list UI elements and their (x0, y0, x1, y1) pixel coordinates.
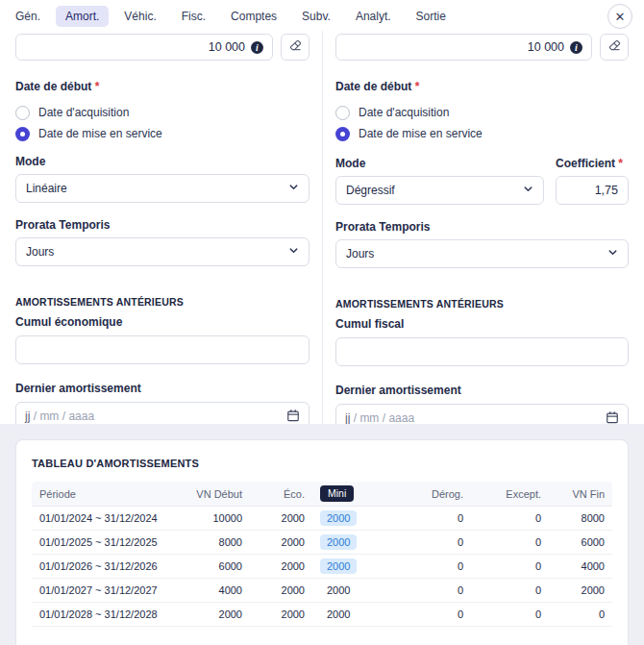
col-header-eco: Éco. (250, 488, 312, 500)
economic-amount-input[interactable]: 10 000 i (15, 34, 273, 61)
calendar-icon[interactable] (286, 409, 300, 425)
dernier-amortissement-label: Dernier amortissement (335, 385, 629, 397)
table-section: TABLEAU D'AMORTISSEMENTS Période VN Débu… (0, 424, 644, 645)
mode-label: Mode (15, 156, 310, 168)
chevron-down-icon (607, 247, 618, 260)
info-icon[interactable]: i (570, 41, 582, 54)
cell-vn-debut: 4000 (186, 584, 250, 596)
coefficient-input[interactable]: 1,75 (556, 176, 629, 205)
close-icon: ✕ (615, 11, 626, 23)
cell-vn-fin: 2000 (549, 584, 612, 596)
tab-gen[interactable]: Gén. (6, 6, 50, 27)
mode-select-value: Dégressif (346, 184, 395, 197)
economic-prorata-select[interactable]: Jours (15, 237, 310, 266)
economic-clear-button[interactable] (281, 34, 310, 61)
economic-mode-select[interactable]: Linéaire (15, 174, 310, 203)
chevron-down-icon (288, 245, 299, 259)
radio-label: Date d'acquisition (38, 106, 129, 119)
cumul-economique-input[interactable] (15, 335, 310, 364)
date-placeholder: jj / mm / aaaa (345, 411, 414, 425)
tab-analyt[interactable]: Analyt. (346, 6, 401, 27)
cell-mini: 2000 (312, 534, 399, 550)
fiscal-amount-input[interactable]: 10 000 i (335, 34, 592, 61)
cell-except: 0 (471, 584, 549, 596)
cell-except: 0 (471, 560, 549, 572)
col-header-vn-fin: VN Fin (549, 488, 612, 500)
cumul-fiscal-input[interactable] (335, 337, 629, 366)
radio-icon-unchecked[interactable] (15, 106, 30, 120)
cell-vn-fin: 0 (549, 608, 612, 620)
eraser-icon (288, 38, 303, 57)
cell-periode: 01/01/2025 ~ 31/12/2025 (32, 536, 186, 548)
cell-vn-fin: 8000 (549, 512, 612, 524)
table-row: 01/01/2027 ~ 31/12/2027 4000 2000 2000 0… (32, 579, 612, 603)
eraser-icon (607, 38, 622, 57)
radio-label: Date de mise en service (38, 127, 162, 140)
radio-icon-checked[interactable] (335, 127, 350, 141)
radio-label: Date de mise en service (359, 127, 483, 140)
anterieurs-section-title: AMORTISSEMENTS ANTÉRIEURS (15, 296, 310, 308)
radio-option-acquisition[interactable]: Date d'acquisition (15, 103, 310, 122)
amortization-table-card: TABLEAU D'AMORTISSEMENTS Période VN Débu… (15, 439, 629, 645)
tab-subv[interactable]: Subv. (292, 6, 340, 27)
tab-fisc[interactable]: Fisc. (172, 6, 215, 27)
prorata-select-value: Jours (26, 245, 54, 259)
cell-mini: 2000 (312, 607, 399, 622)
mini-value: 2000 (320, 607, 357, 622)
fiscal-panel: 10 000 i Date de début * Date d'acquisit… (322, 31, 644, 424)
radio-option-mise-en-service[interactable]: Date de mise en service (15, 124, 310, 143)
chevron-down-icon (288, 182, 299, 195)
cell-derog: 0 (399, 584, 471, 596)
cell-eco: 2000 (250, 584, 312, 596)
economic-panel: 10 000 i Date de début * Date d'acquisit… (0, 31, 322, 424)
cumul-economique-label: Cumul économique (15, 316, 310, 329)
table-header-row: Période VN Début Éco. Mini Dérog. Except… (32, 482, 612, 507)
cell-vn-debut: 10000 (186, 512, 250, 524)
prorata-label: Prorata Temporis (335, 221, 629, 234)
fiscal-amount-value: 10 000 (528, 40, 564, 54)
prorata-select-value: Jours (346, 247, 374, 260)
mini-value: 2000 (320, 583, 357, 598)
cell-periode: 01/01/2024 ~ 31/12/2024 (32, 512, 186, 524)
col-header-mini: Mini (312, 485, 399, 502)
radio-option-mise-en-service[interactable]: Date de mise en service (335, 124, 629, 143)
tab-sortie[interactable]: Sortie (407, 6, 456, 27)
date-placeholder: jj / mm / aaaa (25, 409, 94, 423)
close-button[interactable]: ✕ (607, 4, 632, 29)
tab-vehic[interactable]: Véhic. (114, 6, 165, 27)
cell-eco: 2000 (250, 536, 312, 548)
radio-icon-checked[interactable] (15, 127, 30, 141)
table-row: 01/01/2025 ~ 31/12/2025 8000 2000 2000 0… (32, 531, 612, 555)
table-row: 01/01/2024 ~ 31/12/2024 10000 2000 2000 … (32, 507, 612, 531)
mini-value-badge: 2000 (320, 558, 357, 574)
cell-eco: 2000 (250, 560, 312, 572)
radio-icon-unchecked[interactable] (335, 106, 350, 120)
tab-amort[interactable]: Amort. (56, 6, 109, 27)
coefficient-label: Coefficient * (556, 158, 629, 170)
radio-label: Date d'acquisition (359, 106, 449, 119)
cell-mini: 2000 (312, 510, 399, 526)
cell-vn-debut: 2000 (186, 608, 250, 620)
tab-bar: Gén. Amort. Véhic. Fisc. Comptes Subv. A… (0, 0, 644, 31)
cell-derog: 0 (399, 560, 471, 572)
cell-mini: 2000 (312, 583, 399, 598)
cell-derog: 0 (399, 536, 471, 548)
mini-column-badge[interactable]: Mini (320, 485, 354, 502)
cumul-fiscal-label: Cumul fiscal (335, 318, 629, 331)
amortissement-dialog: Gén. Amort. Véhic. Fisc. Comptes Subv. A… (0, 0, 644, 645)
info-icon[interactable]: i (251, 41, 263, 54)
radio-option-acquisition[interactable]: Date d'acquisition (335, 103, 629, 122)
table-title: TABLEAU D'AMORTISSEMENTS (32, 458, 612, 469)
fiscal-clear-button[interactable] (600, 34, 629, 61)
cell-derog: 0 (399, 608, 471, 620)
fiscal-prorata-select[interactable]: Jours (335, 239, 629, 268)
date-debut-label: Date de début * (335, 81, 629, 93)
mode-select-value: Linéaire (26, 182, 67, 195)
amortissement-form: 10 000 i Date de début * Date d'acquisit… (0, 31, 644, 424)
cell-except: 0 (471, 536, 549, 548)
tab-comptes[interactable]: Comptes (221, 6, 286, 27)
cell-vn-fin: 6000 (549, 536, 612, 548)
col-header-periode: Période (32, 488, 186, 500)
fiscal-mode-select[interactable]: Dégressif (335, 176, 544, 205)
table-row: 01/01/2028 ~ 31/12/2028 2000 2000 2000 0… (32, 603, 612, 627)
